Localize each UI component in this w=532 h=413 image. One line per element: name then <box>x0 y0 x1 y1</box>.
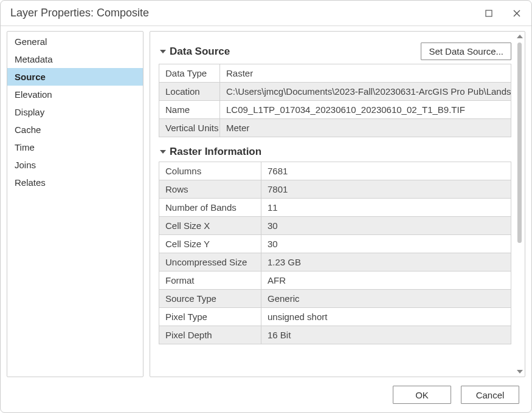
svg-marker-3 <box>160 50 166 53</box>
prop-value: Generic <box>261 290 511 308</box>
prop-value: 7681 <box>261 162 511 180</box>
titlebar: Layer Properties: Composite <box>1 1 531 26</box>
sidebar: General Metadata Source Elevation Displa… <box>7 31 143 377</box>
close-icon <box>513 9 521 18</box>
sidebar-item-joins[interactable]: Joins <box>7 156 143 174</box>
prop-label: Format <box>159 271 261 290</box>
prop-label: Vertical Units <box>159 119 220 137</box>
prop-value: C:\Users\jmcg\Documents\2023-Fall\202306… <box>220 83 511 101</box>
prop-label: Pixel Type <box>159 308 261 326</box>
prop-label: Location <box>159 83 220 101</box>
window-controls <box>482 6 524 21</box>
prop-label: Cell Size Y <box>159 235 261 253</box>
sidebar-item-general[interactable]: General <box>7 33 143 50</box>
dialog-window: Layer Properties: Composite General Meta… <box>0 0 532 413</box>
data-source-table: Data Type Raster Location C:\Users\jmcg\… <box>159 64 511 137</box>
table-row: Pixel Depth 16 Bit <box>159 326 511 344</box>
prop-label: Rows <box>159 180 261 199</box>
prop-value: 30 <box>261 235 511 253</box>
maximize-button[interactable] <box>482 6 496 21</box>
table-row: Uncompressed Size 1.23 GB <box>159 253 511 271</box>
sidebar-item-cache[interactable]: Cache <box>7 121 143 138</box>
table-row: Source Type Generic <box>159 290 511 308</box>
sidebar-item-elevation[interactable]: Elevation <box>7 86 143 103</box>
section-title-data-source: Data Source <box>170 46 421 58</box>
prop-value: Meter <box>220 119 511 137</box>
content-scroll-area: Data Source Set Data Source... Data Type… <box>150 32 515 377</box>
scroll-up-icon[interactable] <box>515 32 525 41</box>
table-row: Columns 7681 <box>159 162 511 180</box>
svg-marker-4 <box>160 150 166 154</box>
prop-value: 16 Bit <box>261 326 511 344</box>
maximize-icon <box>485 10 492 17</box>
close-button[interactable] <box>510 6 524 21</box>
sidebar-item-metadata[interactable]: Metadata <box>7 50 143 68</box>
table-row: Pixel Type unsigned short <box>159 308 511 326</box>
sidebar-item-time[interactable]: Time <box>7 138 143 156</box>
prop-value: 1.23 GB <box>261 253 511 271</box>
svg-marker-6 <box>517 370 523 374</box>
content-panel: Data Source Set Data Source... Data Type… <box>150 31 525 377</box>
set-data-source-button[interactable]: Set Data Source... <box>421 43 511 60</box>
prop-value: 7801 <box>261 180 511 199</box>
prop-label: Data Type <box>159 64 220 83</box>
section-header-data-source[interactable]: Data Source Set Data Source... <box>159 43 511 60</box>
prop-value: LC09_L1TP_017034_20230610_20230610_02_T1… <box>220 101 511 119</box>
dialog-footer: OK Cancel <box>1 377 531 412</box>
ok-button[interactable]: OK <box>393 386 451 404</box>
sidebar-item-source[interactable]: Source <box>7 68 143 86</box>
sidebar-item-relates[interactable]: Relates <box>7 174 143 191</box>
window-title: Layer Properties: Composite <box>10 7 482 19</box>
section-title-raster-info: Raster Information <box>170 146 511 158</box>
prop-label: Uncompressed Size <box>159 253 261 271</box>
table-row: Cell Size Y 30 <box>159 235 511 253</box>
dialog-body: General Metadata Source Elevation Displa… <box>1 26 531 377</box>
table-row: Name LC09_L1TP_017034_20230610_20230610_… <box>159 101 511 119</box>
table-row: Cell Size X 30 <box>159 217 511 235</box>
table-row: Number of Bands 11 <box>159 199 511 217</box>
table-row: Vertical Units Meter <box>159 119 511 137</box>
table-row: Format AFR <box>159 271 511 290</box>
scroll-thumb[interactable] <box>517 43 522 243</box>
prop-value: 11 <box>261 199 511 217</box>
prop-value: Raster <box>220 64 511 83</box>
prop-label: Pixel Depth <box>159 326 261 344</box>
prop-value: AFR <box>261 271 511 290</box>
svg-rect-0 <box>486 10 492 16</box>
prop-label: Name <box>159 101 220 119</box>
prop-value: unsigned short <box>261 308 511 326</box>
raster-info-table: Columns 7681 Rows 7801 Number of Bands 1… <box>159 162 511 344</box>
cancel-button[interactable]: Cancel <box>461 386 519 404</box>
prop-value: 30 <box>261 217 511 235</box>
svg-marker-5 <box>517 35 523 38</box>
chevron-down-icon <box>159 49 167 55</box>
section-header-raster-info[interactable]: Raster Information <box>159 146 511 158</box>
prop-label: Cell Size X <box>159 217 261 235</box>
chevron-down-icon <box>159 149 167 155</box>
vertical-scrollbar[interactable] <box>515 32 525 377</box>
prop-label: Source Type <box>159 290 261 308</box>
table-row: Rows 7801 <box>159 180 511 199</box>
table-row: Data Type Raster <box>159 64 511 83</box>
prop-label: Number of Bands <box>159 199 261 217</box>
sidebar-item-display[interactable]: Display <box>7 103 143 121</box>
prop-label: Columns <box>159 162 261 180</box>
scroll-down-icon[interactable] <box>515 367 525 377</box>
table-row: Location C:\Users\jmcg\Documents\2023-Fa… <box>159 83 511 101</box>
